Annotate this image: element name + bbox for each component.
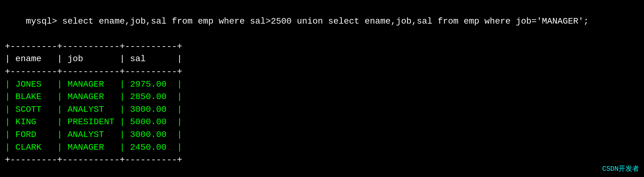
command-line: mysql> select ename,job,sal from emp whe… [5, 2, 639, 40]
table-header: | ename | job | sal | [5, 53, 639, 66]
sql-command: select ename,job,sal from emp where sal>… [57, 16, 589, 26]
border-top: +---------+-----------+----------+ [5, 40, 639, 53]
table-row-blake: | BLAKE | MANAGER | 2850.00 | [5, 91, 639, 103]
table-row-scott: | SCOTT | ANALYST | 3000.00 | [5, 103, 639, 116]
border-bottom: +---------+-----------+----------+ [5, 154, 639, 166]
terminal-window: mysql> select ename,job,sal from emp whe… [5, 2, 639, 177]
border-mid: +---------+-----------+----------+ [5, 66, 639, 78]
mysql-prompt-1: mysql> [26, 16, 57, 26]
table-row-clark: | CLARK | MANAGER | 2450.00 | [5, 141, 639, 154]
table-row-king: | KING | PRESIDENT | 5000.00 | [5, 116, 639, 129]
watermark: CSDN开发者 [602, 164, 639, 173]
result-info-line: 6 rows in set (0.01 sec) [5, 169, 639, 177]
table-row-jones: | JONES | MANAGER | 2975.00 | [5, 78, 639, 91]
table-row-ford: | FORD | ANALYST | 3000.00 | [5, 129, 639, 141]
